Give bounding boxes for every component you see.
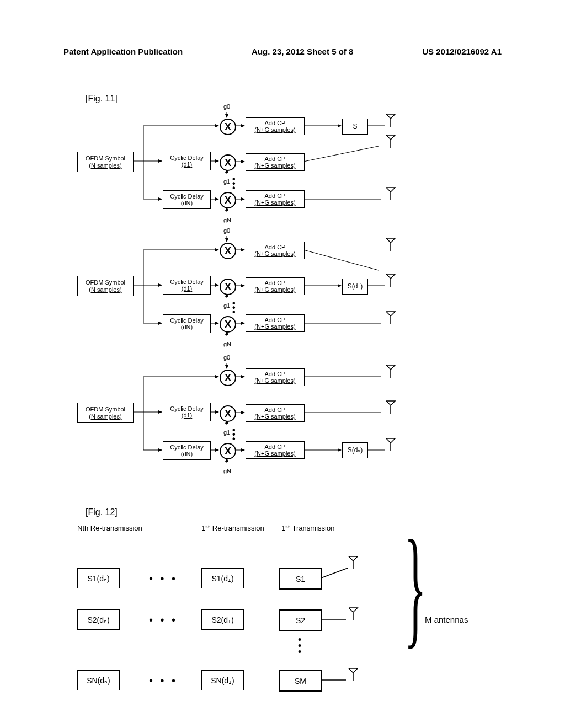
antenna-icon — [385, 134, 396, 148]
cyclic-delay-dn-box: Cyclic Delay (dN) — [163, 190, 211, 209]
addcp-line1: Add CP — [265, 443, 286, 450]
branch-group-1: OFDM Symbol (N samples) Cyclic Delay (d1… — [77, 108, 488, 229]
box-sn-d1: SN(d₁) — [201, 670, 244, 690]
gain-g1-label: g1 — [223, 178, 230, 185]
add-cp-box: Add CP (N+G samples) — [246, 153, 305, 171]
cyclic-delay-d1-box: Cyclic Delay (d1) — [163, 403, 211, 421]
gain-gn-label: gN — [223, 217, 231, 223]
delay-d1-line2: (d1) — [182, 285, 193, 292]
antenna-icon — [385, 237, 396, 251]
addcp-line1: Add CP — [265, 371, 286, 377]
gain-g1-label: g1 — [223, 429, 230, 436]
cyclic-delay-dn-box: Cyclic Delay (dN) — [163, 441, 211, 460]
page-header: Patent Application Publication Aug. 23, … — [0, 47, 565, 56]
multiplier-icon: X — [220, 192, 236, 208]
ofdm-line2: (N samples) — [89, 286, 121, 293]
box-s2-d1: S2(d₁) — [201, 609, 244, 630]
antenna-icon — [348, 667, 359, 681]
addcp-line2: (N+G samples) — [254, 250, 295, 257]
addcp-line2: (N+G samples) — [254, 377, 295, 384]
ofdm-line1: OFDM Symbol — [86, 279, 125, 286]
addcp-line2: (N+G samples) — [254, 199, 295, 206]
antenna-icon — [348, 607, 359, 620]
gain-gn-label: gN — [223, 468, 231, 474]
horizontal-dots-icon: • • • — [149, 614, 178, 627]
box-s1-dn: S1(dₙ) — [77, 568, 120, 588]
ofdm-line2: (N samples) — [89, 162, 121, 169]
add-cp-box: Add CP (N+G samples) — [246, 368, 305, 386]
addcp-line1: Add CP — [265, 120, 286, 126]
delay-d1-line1: Cyclic Delay — [170, 279, 204, 285]
gain-g0-label: g0 — [223, 354, 230, 361]
horizontal-dots-icon: • • • — [149, 675, 178, 687]
cyclic-delay-d1-box: Cyclic Delay (d1) — [163, 152, 211, 170]
multiplier-icon: X — [220, 119, 236, 135]
multiplier-icon: X — [220, 243, 236, 259]
addcp-line1: Add CP — [265, 244, 286, 250]
addcp-line2: (N+G samples) — [254, 162, 295, 169]
vertical-dots-icon: ••• — [232, 177, 236, 190]
multiplier-icon: X — [220, 405, 236, 422]
delay-dn-line2: (dN) — [181, 200, 193, 206]
add-cp-box: Add CP (N+G samples) — [246, 404, 305, 422]
delay-dn-line1: Cyclic Delay — [170, 193, 204, 200]
antenna-icon — [385, 437, 396, 451]
gain-g1-label: g1 — [223, 302, 230, 309]
ofdm-line1: OFDM Symbol — [86, 406, 125, 413]
gain-gn-label: gN — [223, 341, 231, 347]
heading-nth-retransmission: Nth Re-transmission — [77, 524, 143, 532]
multiplier-icon: X — [220, 316, 236, 333]
heading-first-transmission: 1ˢᵗ Transmission — [281, 524, 334, 532]
delay-d1-line2: (d1) — [182, 412, 193, 419]
figure-11-label: [Fig. 11] — [86, 94, 118, 104]
svg-line-51 — [321, 568, 348, 578]
add-cp-box: Add CP (N+G samples) — [246, 242, 305, 259]
add-cp-box: Add CP (N+G samples) — [246, 117, 305, 135]
delay-d1-line1: Cyclic Delay — [170, 154, 204, 161]
delay-d1-line2: (d1) — [182, 161, 193, 168]
box-sn-dn: SN(dₙ) — [77, 670, 120, 690]
addcp-line1: Add CP — [265, 406, 286, 413]
antenna-icon — [385, 113, 396, 127]
addcp-line1: Add CP — [265, 156, 286, 162]
gain-g0-label: g0 — [223, 103, 230, 110]
addcp-line1: Add CP — [265, 317, 286, 323]
delay-dn-line1: Cyclic Delay — [170, 444, 204, 451]
horizontal-dots-icon: • • • — [149, 572, 178, 585]
add-cp-box: Add CP (N+G samples) — [246, 190, 305, 208]
delay-d1-line1: Cyclic Delay — [170, 405, 204, 412]
multiplier-icon: X — [220, 154, 236, 171]
delay-dn-line1: Cyclic Delay — [170, 317, 204, 324]
antenna-icon — [385, 273, 396, 287]
ofdm-symbol-box: OFDM Symbol (N samples) — [77, 276, 134, 296]
ofdm-line2: (N samples) — [89, 413, 121, 420]
figure-12: Nth Re-transmission 1ˢᵗ Re-transmission … — [77, 524, 486, 711]
addcp-line2: (N+G samples) — [254, 323, 295, 330]
delay-dn-line2: (dN) — [181, 324, 193, 330]
addcp-line2: (N+G samples) — [254, 413, 295, 420]
cyclic-delay-d1-box: Cyclic Delay (d1) — [163, 276, 211, 295]
branch-group-3: OFDM Symbol (N samples) Cyclic Delay (d1… — [77, 358, 488, 480]
antenna-icon — [385, 364, 396, 378]
box-s1-d1: S1(d₁) — [201, 568, 244, 588]
ofdm-symbol-box: OFDM Symbol (N samples) — [77, 403, 134, 423]
antenna-icon — [385, 400, 396, 414]
figure-12-label: [Fig. 12] — [86, 507, 118, 517]
output-sdn-box: S(dₙ) — [342, 442, 368, 458]
vertical-dots-icon: ••• — [232, 428, 236, 441]
ofdm-symbol-box: OFDM Symbol (N samples) — [77, 152, 134, 172]
multiplier-icon: X — [220, 443, 236, 459]
box-sm: SM — [279, 670, 322, 692]
box-s2-dn: S2(dₙ) — [77, 609, 120, 630]
box-s1: S1 — [279, 568, 322, 590]
delay-dn-line2: (dN) — [181, 451, 193, 457]
add-cp-box: Add CP (N+G samples) — [246, 277, 305, 295]
add-cp-box: Add CP (N+G samples) — [246, 441, 305, 459]
vertical-dots-icon: ••• — [232, 301, 236, 314]
output-sd1-box: S(d₁) — [342, 279, 368, 295]
box-s2: S2 — [279, 609, 322, 631]
header-left: Patent Application Publication — [63, 47, 183, 56]
multiplier-icon: X — [220, 370, 236, 386]
gain-g0-label: g0 — [223, 227, 230, 234]
addcp-line2: (N+G samples) — [254, 126, 295, 133]
